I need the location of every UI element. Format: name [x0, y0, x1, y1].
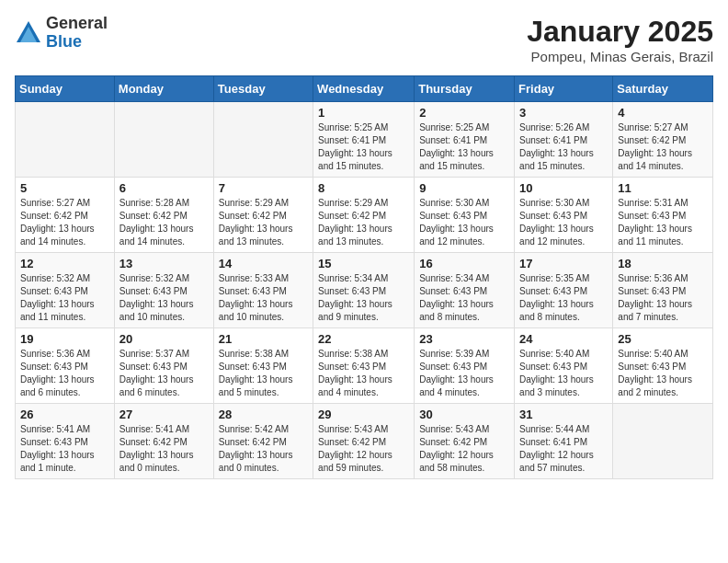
calendar-cell: 31Sunrise: 5:44 AM Sunset: 6:41 PM Dayli… — [515, 404, 613, 479]
day-info: Sunrise: 5:34 AM Sunset: 6:43 PM Dayligh… — [318, 272, 409, 324]
weekday-header: Thursday — [415, 76, 515, 102]
calendar-cell: 6Sunrise: 5:28 AM Sunset: 6:42 PM Daylig… — [114, 178, 213, 253]
day-info: Sunrise: 5:29 AM Sunset: 6:42 PM Dayligh… — [219, 197, 308, 248]
weekday-header: Saturday — [613, 76, 713, 102]
day-number: 21 — [219, 332, 308, 346]
calendar-week-row: 12Sunrise: 5:32 AM Sunset: 6:43 PM Dayli… — [16, 253, 713, 328]
logo-blue: Blue — [46, 33, 108, 52]
calendar-week-row: 19Sunrise: 5:36 AM Sunset: 6:43 PM Dayli… — [16, 328, 713, 404]
day-number: 26 — [20, 408, 109, 421]
logo-general: General — [46, 15, 108, 33]
day-number: 22 — [318, 332, 409, 346]
day-info: Sunrise: 5:25 AM Sunset: 6:41 PM Dayligh… — [419, 121, 509, 173]
calendar-week-row: 26Sunrise: 5:41 AM Sunset: 6:43 PM Dayli… — [16, 404, 713, 479]
day-number: 1 — [318, 106, 409, 120]
calendar-cell: 7Sunrise: 5:29 AM Sunset: 6:42 PM Daylig… — [213, 178, 313, 253]
calendar-cell: 22Sunrise: 5:38 AM Sunset: 6:43 PM Dayli… — [313, 328, 415, 404]
day-number: 7 — [219, 181, 308, 195]
weekday-header: Wednesday — [313, 76, 415, 102]
calendar-cell: 15Sunrise: 5:34 AM Sunset: 6:43 PM Dayli… — [313, 253, 415, 328]
calendar-cell — [16, 102, 115, 178]
day-number: 9 — [419, 181, 509, 195]
calendar-cell: 4Sunrise: 5:27 AM Sunset: 6:42 PM Daylig… — [613, 102, 713, 178]
calendar-week-row: 1Sunrise: 5:25 AM Sunset: 6:41 PM Daylig… — [16, 102, 713, 178]
day-number: 27 — [119, 408, 209, 421]
logo: General Blue — [15, 15, 108, 52]
day-number: 25 — [618, 332, 708, 346]
day-info: Sunrise: 5:31 AM Sunset: 6:43 PM Dayligh… — [618, 197, 708, 248]
day-number: 5 — [20, 181, 109, 195]
day-number: 20 — [119, 332, 209, 346]
day-number: 8 — [318, 181, 409, 195]
calendar-cell: 13Sunrise: 5:32 AM Sunset: 6:43 PM Dayli… — [114, 253, 213, 328]
title-area: January 2025 Pompeu, Minas Gerais, Brazi… — [527, 15, 713, 64]
calendar-cell: 20Sunrise: 5:37 AM Sunset: 6:43 PM Dayli… — [114, 328, 213, 404]
day-info: Sunrise: 5:36 AM Sunset: 6:43 PM Dayligh… — [618, 272, 708, 324]
day-info: Sunrise: 5:43 AM Sunset: 6:42 PM Dayligh… — [419, 423, 509, 475]
day-info: Sunrise: 5:35 AM Sunset: 6:43 PM Dayligh… — [519, 272, 608, 324]
day-info: Sunrise: 5:42 AM Sunset: 6:42 PM Dayligh… — [219, 423, 308, 475]
calendar-cell: 5Sunrise: 5:27 AM Sunset: 6:42 PM Daylig… — [16, 178, 115, 253]
day-info: Sunrise: 5:39 AM Sunset: 6:43 PM Dayligh… — [419, 348, 509, 399]
day-number: 18 — [618, 257, 708, 270]
calendar-cell: 29Sunrise: 5:43 AM Sunset: 6:42 PM Dayli… — [313, 404, 415, 479]
day-number: 29 — [318, 408, 409, 421]
day-info: Sunrise: 5:44 AM Sunset: 6:41 PM Dayligh… — [519, 423, 608, 475]
day-number: 4 — [618, 106, 708, 120]
calendar-cell — [213, 102, 313, 178]
day-info: Sunrise: 5:32 AM Sunset: 6:43 PM Dayligh… — [20, 272, 109, 324]
calendar-cell: 9Sunrise: 5:30 AM Sunset: 6:43 PM Daylig… — [415, 178, 515, 253]
day-number: 28 — [219, 408, 308, 421]
calendar-body: 1Sunrise: 5:25 AM Sunset: 6:41 PM Daylig… — [16, 102, 713, 479]
day-info: Sunrise: 5:27 AM Sunset: 6:42 PM Dayligh… — [618, 121, 708, 173]
weekday-header: Sunday — [16, 76, 115, 102]
day-info: Sunrise: 5:28 AM Sunset: 6:42 PM Dayligh… — [119, 197, 209, 248]
day-info: Sunrise: 5:41 AM Sunset: 6:42 PM Dayligh… — [119, 423, 209, 475]
calendar-title: January 2025 — [527, 15, 713, 49]
weekday-header: Friday — [515, 76, 613, 102]
calendar-cell: 17Sunrise: 5:35 AM Sunset: 6:43 PM Dayli… — [515, 253, 613, 328]
day-number: 3 — [519, 106, 608, 120]
calendar-cell: 2Sunrise: 5:25 AM Sunset: 6:41 PM Daylig… — [415, 102, 515, 178]
day-number: 6 — [119, 181, 209, 195]
day-info: Sunrise: 5:27 AM Sunset: 6:42 PM Dayligh… — [20, 197, 109, 248]
day-info: Sunrise: 5:30 AM Sunset: 6:43 PM Dayligh… — [519, 197, 608, 248]
day-info: Sunrise: 5:38 AM Sunset: 6:43 PM Dayligh… — [318, 348, 409, 399]
day-info: Sunrise: 5:36 AM Sunset: 6:43 PM Dayligh… — [20, 348, 109, 399]
day-info: Sunrise: 5:34 AM Sunset: 6:43 PM Dayligh… — [419, 272, 509, 324]
logo-text: General Blue — [46, 15, 108, 52]
day-number: 12 — [20, 257, 109, 270]
day-info: Sunrise: 5:30 AM Sunset: 6:43 PM Dayligh… — [419, 197, 509, 248]
calendar-cell: 30Sunrise: 5:43 AM Sunset: 6:42 PM Dayli… — [415, 404, 515, 479]
day-number: 14 — [219, 257, 308, 270]
day-number: 19 — [20, 332, 109, 346]
day-info: Sunrise: 5:33 AM Sunset: 6:43 PM Dayligh… — [219, 272, 308, 324]
calendar-cell — [613, 404, 713, 479]
calendar-cell — [114, 102, 213, 178]
calendar-cell: 23Sunrise: 5:39 AM Sunset: 6:43 PM Dayli… — [415, 328, 515, 404]
calendar-cell: 10Sunrise: 5:30 AM Sunset: 6:43 PM Dayli… — [515, 178, 613, 253]
day-info: Sunrise: 5:32 AM Sunset: 6:43 PM Dayligh… — [119, 272, 209, 324]
weekday-header: Tuesday — [213, 76, 313, 102]
calendar-week-row: 5Sunrise: 5:27 AM Sunset: 6:42 PM Daylig… — [16, 178, 713, 253]
calendar-cell: 19Sunrise: 5:36 AM Sunset: 6:43 PM Dayli… — [16, 328, 115, 404]
day-info: Sunrise: 5:26 AM Sunset: 6:41 PM Dayligh… — [519, 121, 608, 173]
day-info: Sunrise: 5:40 AM Sunset: 6:43 PM Dayligh… — [519, 348, 608, 399]
day-info: Sunrise: 5:38 AM Sunset: 6:43 PM Dayligh… — [219, 348, 308, 399]
calendar-subtitle: Pompeu, Minas Gerais, Brazil — [527, 49, 713, 64]
calendar-table: SundayMondayTuesdayWednesdayThursdayFrid… — [15, 75, 713, 479]
day-number: 16 — [419, 257, 509, 270]
calendar-cell: 27Sunrise: 5:41 AM Sunset: 6:42 PM Dayli… — [114, 404, 213, 479]
day-number: 24 — [519, 332, 608, 346]
day-number: 15 — [318, 257, 409, 270]
calendar-cell: 3Sunrise: 5:26 AM Sunset: 6:41 PM Daylig… — [515, 102, 613, 178]
calendar-cell: 12Sunrise: 5:32 AM Sunset: 6:43 PM Dayli… — [16, 253, 115, 328]
day-number: 10 — [519, 181, 608, 195]
calendar-cell: 16Sunrise: 5:34 AM Sunset: 6:43 PM Dayli… — [415, 253, 515, 328]
day-number: 31 — [519, 408, 608, 421]
day-info: Sunrise: 5:37 AM Sunset: 6:43 PM Dayligh… — [119, 348, 209, 399]
day-number: 2 — [419, 106, 509, 120]
day-number: 23 — [419, 332, 509, 346]
calendar-cell: 28Sunrise: 5:42 AM Sunset: 6:42 PM Dayli… — [213, 404, 313, 479]
calendar-header: SundayMondayTuesdayWednesdayThursdayFrid… — [16, 76, 713, 102]
